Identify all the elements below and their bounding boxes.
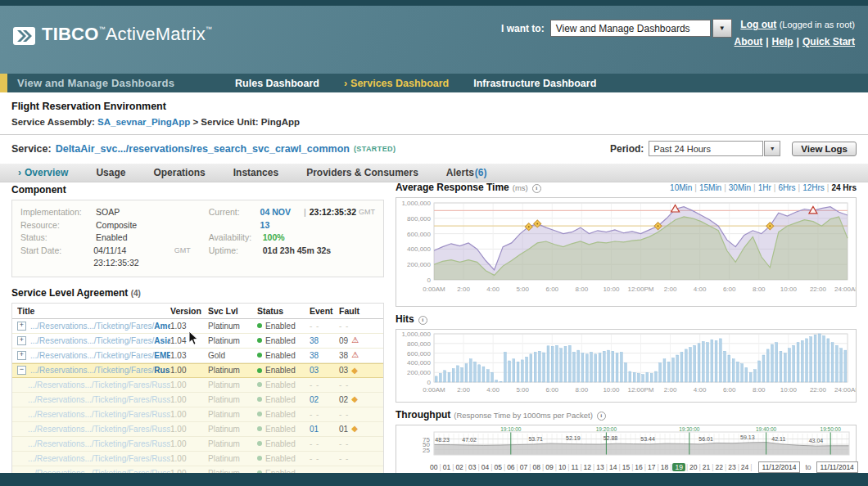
- assembly-link[interactable]: SA_sevnar_PingApp: [97, 117, 190, 127]
- sla-title-path[interactable]: .../Reservations.../Ticketing/Fares/: [30, 322, 154, 331]
- info-icon[interactable]: i: [532, 184, 541, 193]
- header-link-help[interactable]: Help: [772, 36, 793, 47]
- service-name-link[interactable]: DeltaAir_svc.../reservations/res_search_…: [56, 143, 350, 155]
- sla-title-link[interactable]: Americas: [154, 322, 170, 331]
- hour-17[interactable]: 17: [647, 463, 656, 471]
- hour-04[interactable]: 04: [481, 463, 490, 471]
- info-icon[interactable]: i: [418, 316, 427, 325]
- event-count-link[interactable]: 38: [310, 336, 319, 345]
- event-count-link[interactable]: 38: [310, 351, 319, 360]
- table-row[interactable]: −.../Reservations.../Ticketing/Fares/Rus…: [12, 363, 383, 378]
- table-row[interactable]: .../Reservations.../Ticketing/Fares/Russ…: [12, 452, 383, 466]
- hour-09[interactable]: 09: [545, 463, 554, 471]
- hour-10[interactable]: 10: [558, 463, 567, 471]
- hour-13[interactable]: 13: [595, 463, 604, 471]
- nav-item-services-dashboard[interactable]: ›Services Dashboard: [344, 78, 449, 89]
- hour-21[interactable]: 21: [702, 463, 711, 471]
- time-range-1hr[interactable]: 1Hr: [758, 183, 771, 192]
- sla-title-link[interactable]: AsiaPacific: [154, 336, 170, 345]
- status-dot-icon: [257, 426, 262, 431]
- table-row[interactable]: .../Reservations.../Ticketing/Fares/Russ…: [12, 393, 383, 407]
- hour-22[interactable]: 22: [714, 463, 723, 471]
- tab-overview[interactable]: ›Overview: [18, 167, 68, 178]
- expand-icon[interactable]: +: [17, 351, 26, 360]
- sla-title-path[interactable]: .../Reservations.../Ticketing/Fares/Russ…: [28, 454, 170, 463]
- date-from-input[interactable]: 11/12/2014: [758, 461, 801, 473]
- tab-instances[interactable]: Instances: [233, 167, 278, 178]
- period-select[interactable]: Past 24 Hours: [649, 141, 763, 156]
- svg-text:4:00: 4:00: [486, 386, 500, 394]
- tab-providers-consumers[interactable]: Providers & Consumers: [306, 167, 418, 178]
- sla-count: (4): [131, 289, 141, 298]
- table-row[interactable]: +.../Reservations.../Ticketing/Fares/Ame…: [12, 319, 383, 334]
- time-range-12hrs[interactable]: 12Hrs: [802, 183, 825, 192]
- time-range-24hrs[interactable]: 24 Hrs: [831, 183, 857, 192]
- sla-title-path[interactable]: .../Reservations.../Ticketing/Fares/: [30, 366, 154, 375]
- fault-count: 38: [339, 351, 348, 360]
- tab-operations[interactable]: Operations: [153, 167, 205, 178]
- time-range-30min[interactable]: 30Min: [729, 183, 751, 192]
- event-count-link[interactable]: 02: [310, 395, 319, 404]
- hour-12[interactable]: 12: [583, 463, 592, 471]
- tab-usage[interactable]: Usage: [96, 167, 125, 178]
- hour-01[interactable]: 01: [442, 463, 451, 471]
- hour-15[interactable]: 15: [622, 463, 631, 471]
- collapse-icon[interactable]: −: [17, 366, 26, 375]
- sla-title-path[interactable]: .../Reservations.../Ticketing/Fares/: [30, 351, 154, 360]
- view-logs-button[interactable]: View Logs: [792, 142, 857, 156]
- nav-item-rules-dashboard[interactable]: Rules Dashboard: [235, 78, 319, 89]
- hour-05[interactable]: 05: [493, 463, 502, 471]
- time-range-10min[interactable]: 10Min: [670, 183, 692, 192]
- tab-alerts[interactable]: Alerts(6): [446, 167, 487, 178]
- sla-title-path[interactable]: .../Reservations.../Ticketing/Fares/Russ…: [28, 395, 170, 404]
- table-row[interactable]: .../Reservations.../Ticketing/Fares/Russ…: [12, 437, 383, 452]
- hour-separator: |: [517, 463, 518, 471]
- period-dropdown-arrow-icon[interactable]: ▼: [764, 141, 780, 156]
- table-row[interactable]: +.../Reservations.../Ticketing/Fares/EME…: [12, 349, 383, 363]
- logout-link[interactable]: Log out: [740, 19, 776, 30]
- sla-title-link[interactable]: EMEA: [154, 351, 170, 360]
- table-row[interactable]: .../Reservations.../Ticketing/Fares/Russ…: [12, 422, 383, 437]
- svg-text:600,000: 600,000: [407, 231, 431, 238]
- time-range-15min[interactable]: 15Min: [699, 183, 721, 192]
- hour-08[interactable]: 08: [532, 463, 541, 471]
- svg-text:0:00AM: 0:00AM: [423, 286, 445, 293]
- service-label: Service:: [11, 143, 52, 155]
- event-count-link[interactable]: 03: [310, 366, 319, 375]
- table-row[interactable]: .../Reservations.../Ticketing/Fares/Russ…: [12, 407, 383, 422]
- hour-18[interactable]: 18: [660, 463, 669, 471]
- sla-title-path[interactable]: .../Reservations.../Ticketing/Fares/Russ…: [28, 439, 170, 448]
- i-want-to-select[interactable]: View and Manage Dashboards: [550, 20, 711, 37]
- expand-icon[interactable]: +: [17, 336, 26, 345]
- event-count-link[interactable]: 01: [310, 425, 319, 434]
- info-icon[interactable]: i: [597, 412, 606, 421]
- sla-title-path[interactable]: .../Reservations.../Ticketing/Fares/Russ…: [28, 425, 170, 434]
- hour-20[interactable]: 20: [689, 463, 698, 471]
- service-state-badge: (STARTED): [354, 145, 396, 153]
- hour-23[interactable]: 23: [727, 463, 736, 471]
- sla-title-link[interactable]: Russia: [154, 366, 170, 375]
- hour-24[interactable]: 24: [740, 463, 749, 471]
- hour-00[interactable]: 00: [429, 463, 438, 471]
- date-to-input[interactable]: 11/11/2014: [816, 461, 858, 473]
- hour-03[interactable]: 03: [468, 463, 477, 471]
- header-link-quick-start[interactable]: Quick Start: [802, 36, 855, 47]
- expand-icon[interactable]: +: [17, 322, 26, 331]
- time-range-6hrs[interactable]: 6Hrs: [778, 183, 795, 192]
- table-row[interactable]: +.../Reservations.../Ticketing/Fares/Asi…: [12, 334, 383, 349]
- nav-item-infrastructure-dashboard[interactable]: Infrastructure Dashboard: [473, 78, 596, 89]
- hour-07[interactable]: 07: [519, 463, 528, 471]
- hour-19[interactable]: 19: [672, 463, 685, 471]
- hour-16[interactable]: 16: [634, 463, 643, 471]
- sla-title-path[interactable]: .../Reservations.../Ticketing/Fares/Russ…: [28, 410, 170, 419]
- i-want-to-dropdown-arrow-icon[interactable]: ▼: [712, 19, 732, 38]
- hour-11[interactable]: 11: [571, 463, 580, 471]
- hour-02[interactable]: 02: [454, 463, 463, 471]
- sla-title-path[interactable]: .../Reservations.../Ticketing/Fares/: [30, 336, 154, 345]
- hour-separator: |: [542, 463, 544, 471]
- hour-14[interactable]: 14: [608, 463, 617, 471]
- sla-title-path[interactable]: .../Reservations.../Ticketing/Fares/Russ…: [28, 380, 170, 389]
- header-link-about[interactable]: About: [735, 36, 763, 47]
- hour-06[interactable]: 06: [506, 463, 515, 471]
- table-row[interactable]: .../Reservations.../Ticketing/Fares/Russ…: [12, 378, 383, 393]
